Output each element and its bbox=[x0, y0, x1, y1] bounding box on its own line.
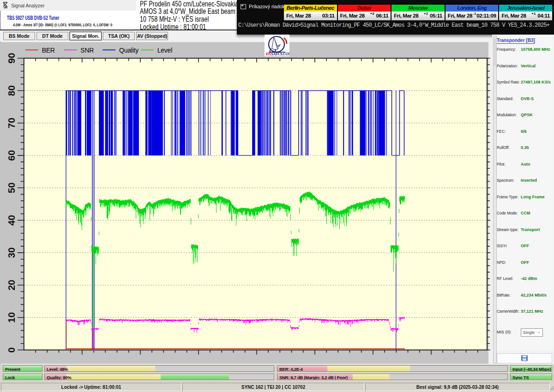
svg-text:80: 80 bbox=[6, 85, 17, 96]
svg-text:0: 0 bbox=[6, 347, 17, 353]
svg-text:60: 60 bbox=[6, 150, 17, 160]
svg-text:Quality: Quality bbox=[119, 47, 138, 54]
svg-text:40: 40 bbox=[6, 215, 17, 226]
svg-text:50: 50 bbox=[6, 183, 17, 193]
svg-text:70: 70 bbox=[6, 118, 17, 128]
svg-text:BER: BER bbox=[42, 47, 55, 54]
svg-text:10: 10 bbox=[6, 312, 17, 323]
svg-text:DXSATCS.COM: DXSATCS.COM bbox=[266, 52, 289, 56]
svg-text:Level: Level bbox=[157, 47, 172, 54]
svg-text:30: 30 bbox=[6, 247, 17, 258]
svg-text:90: 90 bbox=[6, 53, 17, 64]
svg-text:20: 20 bbox=[6, 280, 17, 291]
svg-text:SNR: SNR bbox=[80, 47, 94, 54]
